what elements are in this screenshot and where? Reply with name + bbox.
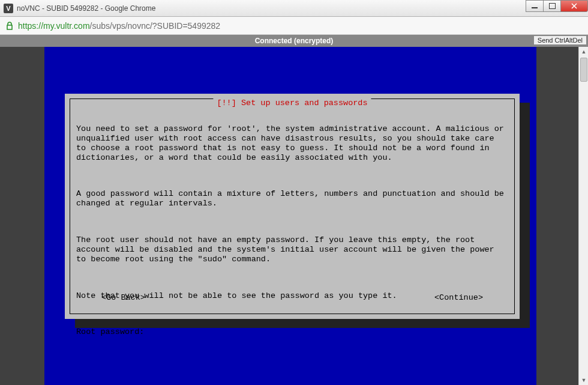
scrollbar-thumb[interactable] xyxy=(580,58,587,82)
root-password-input[interactable] xyxy=(76,366,508,376)
browser-titlebar: V noVNC - SUBID 5499282 - Google Chrome xyxy=(0,0,588,17)
scroll-down-arrow-icon[interactable]: ▼ xyxy=(579,375,588,385)
dialog-body: You need to set a password for 'root', t… xyxy=(76,105,508,308)
dialog-actions: <Go Back> <Continue> xyxy=(82,293,502,303)
url-host: https://my.vultr.com xyxy=(18,21,90,31)
vertical-scrollbar[interactable]: ▲ ▼ xyxy=(578,47,588,385)
vnc-status-bar: Connected (encrypted) Send CtrlAltDel xyxy=(0,35,588,47)
vnc-container: Connected (encrypted) Send CtrlAltDel [!… xyxy=(0,35,588,385)
send-ctrlaltdel-button[interactable]: Send CtrlAltDel xyxy=(533,35,587,45)
go-back-button[interactable]: <Go Back> xyxy=(101,293,145,303)
close-icon xyxy=(571,3,577,9)
url-path: /subs/vps/novnc/?SUBID=5499282 xyxy=(90,21,221,31)
dialog-paragraph: A good password will contain a mixture o… xyxy=(76,189,508,208)
dialog-paragraph: The root user should not have an empty p… xyxy=(76,235,508,264)
lock-icon xyxy=(6,22,13,30)
close-button[interactable] xyxy=(560,0,588,12)
vnc-status-text: Connected (encrypted) xyxy=(255,37,334,45)
window-controls xyxy=(526,0,588,12)
maximize-button[interactable] xyxy=(543,0,561,12)
installer-dialog: [!!] Set up users and passwords You need… xyxy=(65,94,520,319)
minimize-button[interactable] xyxy=(526,0,544,12)
address-bar[interactable]: https://my.vultr.com/subs/vps/novnc/?SUB… xyxy=(0,17,588,35)
app-icon: V xyxy=(4,4,13,13)
scroll-up-arrow-icon[interactable]: ▲ xyxy=(579,47,588,56)
vnc-canvas[interactable]: [!!] Set up users and passwords You need… xyxy=(0,47,588,385)
password-prompt: Root password: xyxy=(76,327,508,337)
window-title: noVNC - SUBID 5499282 - Google Chrome xyxy=(17,4,155,13)
dialog-frame: [!!] Set up users and passwords You need… xyxy=(70,99,515,314)
continue-button[interactable]: <Continue> xyxy=(434,293,483,303)
dialog-paragraph: You need to set a password for 'root', t… xyxy=(76,124,508,163)
